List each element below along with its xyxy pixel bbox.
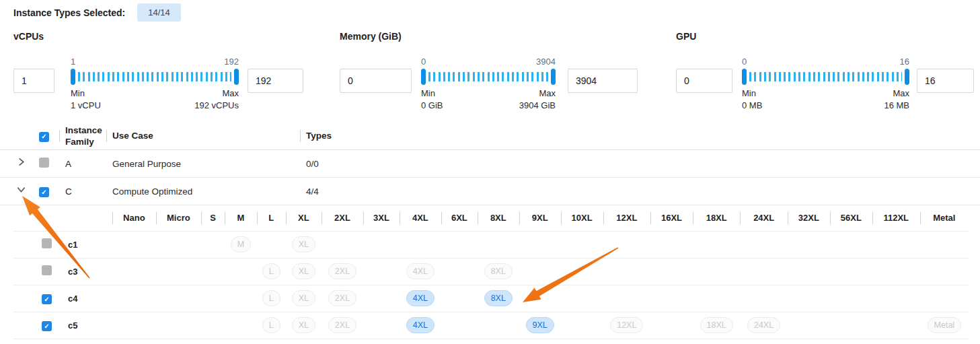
size-cell [363, 312, 400, 339]
instance-checkbox-c4[interactable] [42, 294, 52, 304]
size-cell [478, 231, 519, 258]
size-badge-c3-l[interactable]: L [262, 263, 280, 279]
max-caption: Max 16 MB [884, 88, 909, 112]
use-case: Compute Optimized [112, 186, 306, 197]
gpu-min-input[interactable] [676, 69, 732, 93]
slider-handle-max[interactable] [905, 69, 909, 85]
size-cell [830, 312, 872, 339]
size-badge-c5-12xl[interactable]: 12XL [610, 317, 643, 333]
size-badge-c3-4xl[interactable]: 4XL [406, 263, 435, 279]
size-cell [920, 231, 969, 258]
chevron-down-icon[interactable] [16, 184, 27, 195]
size-cell [257, 231, 286, 258]
size-badge-c5-24xl[interactable]: 24XL [747, 317, 780, 333]
size-badge-c5-xl[interactable]: XL [292, 317, 315, 333]
filter-group-memory: Memory (GiB) 0 3904 Min 0 GiB [340, 31, 638, 112]
row-indent [13, 258, 39, 285]
size-cell: XL [286, 231, 322, 258]
instance-type-picker: { "page": { "selected_label": "Instance … [0, 0, 980, 344]
range-min-label: 1 [71, 57, 75, 67]
family-checkbox-C[interactable] [39, 187, 49, 197]
size-column-header-3xl: 3XL [363, 205, 400, 231]
size-badge-c1-m[interactable]: M [231, 236, 251, 252]
max-caption-value: 3904 GiB [519, 100, 556, 112]
range-max-label: 16 [900, 57, 909, 67]
size-cell [603, 258, 650, 285]
slider-handle-max[interactable] [234, 69, 239, 85]
size-grid-lead-header [13, 205, 39, 231]
size-cell [112, 312, 156, 339]
use-case: General Purpose [112, 159, 306, 169]
slider-handle-min[interactable] [742, 69, 747, 85]
size-cell: XL [286, 285, 322, 312]
max-caption-title: Max [884, 88, 909, 100]
instance-checkbox-c5[interactable] [42, 321, 52, 331]
size-cell: 2XL [322, 285, 363, 312]
instance-checkbox-c3[interactable] [42, 265, 52, 275]
size-badge-c5-l[interactable]: L [262, 317, 280, 333]
size-cell [693, 285, 740, 312]
size-column-header-metal: Metal [920, 205, 969, 231]
column-header-use-case: Use Case [112, 130, 306, 141]
filter-group-vcpus: vCPUs 1 192 Min 1 vCPU [13, 31, 303, 112]
size-cell [872, 312, 920, 339]
size-cell [650, 285, 693, 312]
size-badge-c5-2xl[interactable]: 2XL [328, 317, 356, 333]
size-cell: 2XL [322, 258, 363, 285]
chevron-right-icon[interactable] [16, 157, 27, 168]
instance-row-c3: c3LXL2XL4XL8XL [13, 258, 969, 285]
slider-range-labels: 0 3904 [421, 57, 556, 67]
size-cell [561, 285, 603, 312]
size-badge-c3-xl[interactable]: XL [292, 263, 315, 279]
size-badge-c5-4xl[interactable]: 4XL [406, 317, 435, 333]
max-caption: Max 192 vCPUs [194, 88, 239, 112]
vcpus-max-input[interactable] [248, 69, 303, 93]
size-badge-c3-8xl[interactable]: 8XL [484, 263, 513, 279]
size-cell [156, 258, 201, 285]
size-cell: 2XL [322, 312, 363, 339]
size-badge-c4-8xl[interactable]: 8XL [484, 290, 513, 306]
slider-track[interactable] [421, 69, 556, 85]
size-badge-c5-18xl[interactable]: 18XL [700, 317, 733, 333]
column-header-types: Types [306, 130, 414, 141]
gpu-max-input[interactable] [917, 69, 974, 93]
size-cell: 4XL [400, 258, 441, 285]
slider-handle-max[interactable] [551, 69, 556, 85]
size-badge-c4-xl[interactable]: XL [292, 290, 315, 306]
size-badge-c5-metal[interactable]: Metal [928, 317, 962, 333]
select-all-checkbox[interactable] [39, 132, 49, 142]
size-cell: L [257, 285, 286, 312]
min-caption: Min 0 MB [742, 88, 762, 112]
size-cell [693, 258, 740, 285]
slider-track[interactable] [742, 69, 909, 85]
size-column-header-micro: Micro [156, 205, 201, 231]
size-badge-c3-2xl[interactable]: 2XL [328, 263, 356, 279]
memory-min-input[interactable] [340, 69, 412, 93]
size-cell [156, 312, 201, 339]
slider-handle-min[interactable] [71, 69, 75, 85]
size-badge-c5-9xl[interactable]: 9XL [526, 317, 554, 333]
size-cell [561, 258, 603, 285]
size-cell [603, 285, 650, 312]
size-cell: 4XL [400, 312, 441, 339]
instance-checkbox-c1[interactable] [42, 238, 52, 248]
size-column-header-m: M [225, 205, 256, 231]
size-cell [872, 285, 920, 312]
family-row-A: AGeneral Purpose0/0 [0, 150, 980, 178]
size-badge-c4-2xl[interactable]: 2XL [328, 290, 356, 306]
family-checkbox-A[interactable] [39, 158, 49, 168]
memory-max-input[interactable] [568, 69, 638, 93]
size-cell: L [257, 312, 286, 339]
checkbox-cell [39, 185, 65, 198]
size-cell: 8XL [478, 258, 519, 285]
size-cell: 18XL [693, 312, 740, 339]
size-badge-c4-l[interactable]: L [262, 290, 280, 306]
min-caption-value: 0 GiB [421, 100, 443, 112]
vcpus-min-input[interactable] [13, 69, 54, 93]
size-cell [872, 231, 920, 258]
size-badge-c4-4xl[interactable]: 4XL [406, 290, 435, 306]
slider-handle-min[interactable] [421, 69, 426, 85]
family-name: C [65, 186, 112, 197]
slider-track[interactable] [71, 69, 239, 85]
size-badge-c1-xl[interactable]: XL [292, 236, 315, 252]
